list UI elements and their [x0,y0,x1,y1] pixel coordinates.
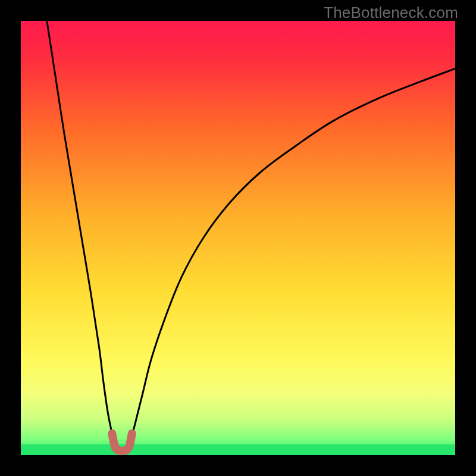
chart-canvas [21,21,455,455]
plot-area [21,21,455,455]
chart-frame: TheBottleneck.com [0,0,476,476]
watermark-text: TheBottleneck.com [324,4,458,22]
gradient-background [21,21,455,455]
bottom-band [21,444,455,455]
